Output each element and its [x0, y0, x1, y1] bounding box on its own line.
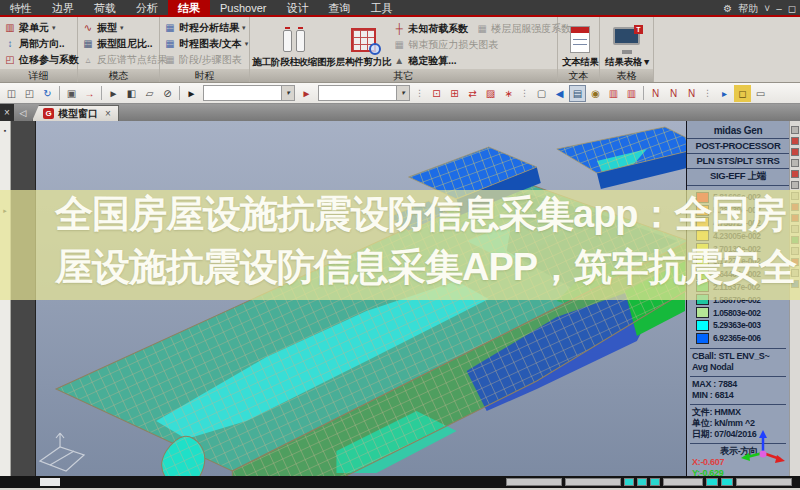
ribbon-item-mode-shape[interactable]: ∿振型▾	[82, 20, 156, 35]
ribbon-button-result-tables[interactable]: T结果表格 ▾	[604, 20, 650, 69]
select-polygon-icon[interactable]: ▱	[141, 85, 158, 102]
ribbon-item-unknown-load-factor[interactable]: ┼未知荷载系数	[393, 21, 468, 36]
others-body: 施工阶段柱收缩图形层构件剪力比┼未知荷载系数▦楼层屈服强度系数...▦钢束预应力…	[250, 17, 557, 69]
tab-results[interactable]: 结果	[168, 0, 210, 15]
combo-arrow-icon[interactable]: ▾	[396, 86, 409, 100]
perspective-view-icon[interactable]: ◉	[587, 85, 604, 102]
rotate-view-icon[interactable]: ↻	[39, 85, 56, 102]
tab-properties[interactable]: 特性	[0, 0, 42, 15]
combo-arrow-icon[interactable]: ▾	[281, 86, 294, 100]
select-name-combo[interactable]: ▾	[318, 85, 410, 101]
side-tool-icon-4[interactable]	[791, 159, 799, 167]
legend-swatch	[696, 320, 709, 331]
help-button[interactable]: 帮助	[738, 0, 758, 17]
story-yield-strength-factor-icon: ▦	[476, 23, 488, 34]
ribbon-item-displacement-factor[interactable]: ◰位移参与系数	[4, 52, 74, 67]
capture-icon[interactable]: ▭	[752, 85, 769, 102]
tab-scroll-left-icon[interactable]: ◁	[14, 104, 32, 121]
legend-swatch	[696, 333, 709, 344]
legend-value: 1.58670e-002	[713, 295, 761, 305]
render-view-icon[interactable]: ▤	[569, 85, 586, 102]
select-single-icon[interactable]: ►	[105, 85, 122, 102]
side-tool-icon-14[interactable]	[791, 269, 799, 277]
ribbon-button-construction-stage-column-shrink[interactable]: 施工阶段柱收缩图形	[254, 20, 334, 69]
display-option-icon[interactable]: ▢	[533, 85, 550, 102]
ribbon-item-modal-damping[interactable]: ▦振型阻尼比..	[82, 36, 156, 51]
side-tool-icon-12[interactable]	[791, 247, 799, 255]
dropdown-arrow-icon: ▾	[242, 24, 246, 32]
text-body: 文本结果	[558, 17, 599, 69]
ribbon-button-text-results[interactable]: 文本结果	[562, 20, 599, 69]
tab-close-icon[interactable]: ×	[105, 108, 111, 119]
tab-load[interactable]: 荷载	[84, 0, 126, 15]
select-type-combo[interactable]: ▾	[203, 85, 295, 101]
select-intersect-icon[interactable]: ⊘	[159, 85, 176, 102]
side-tool-icon-13[interactable]	[791, 258, 799, 266]
view-combination-icon[interactable]: ◫	[3, 85, 20, 102]
ribbon-button-story-member-shear-ratio[interactable]: 层构件剪力比	[336, 20, 391, 69]
side-tool-icon-6[interactable]	[791, 181, 799, 189]
side-tool-icon-2[interactable]	[791, 137, 799, 145]
element-number-icon[interactable]: N	[665, 85, 682, 102]
others-list: ┼未知荷载系数▦楼层屈服强度系数...▦钢束预应力损失图表▲稳定验算...	[393, 20, 579, 69]
node-number-icon[interactable]: N	[647, 85, 664, 102]
select-identity-icon[interactable]: ►	[183, 85, 200, 102]
restore-button[interactable]: ◻	[788, 0, 796, 17]
side-tool-icon-10[interactable]	[791, 225, 799, 233]
panel-close-button[interactable]: ×	[0, 104, 14, 121]
redraw-icon[interactable]: →	[81, 85, 98, 102]
tab-boundary[interactable]: 边界	[42, 0, 84, 15]
tab-model-window[interactable]: G 模型窗口 ×	[32, 105, 119, 121]
left-collapsed-panel[interactable]: ▪ ▸	[0, 121, 11, 476]
side-tool-icon-15[interactable]	[791, 280, 799, 288]
side-tool-icon-1[interactable]	[791, 126, 799, 134]
display-monitor-icon[interactable]: ▥	[605, 85, 622, 102]
tab-design[interactable]: 设计	[276, 0, 318, 15]
ribbon-item-local-direction[interactable]: ↕局部方向..	[4, 36, 74, 51]
fast-query-icon[interactable]: ▸	[716, 85, 733, 102]
tab-query[interactable]: 查询	[318, 0, 360, 15]
settings-gear-icon[interactable]: ⚙	[723, 0, 732, 17]
modal-damping-icon: ▦	[82, 38, 94, 49]
display-monitor2-icon[interactable]: ▥	[623, 85, 640, 102]
side-tool-icon-11[interactable]	[791, 236, 799, 244]
ribbon-item-beam-element[interactable]: ▥梁单元▾	[4, 20, 74, 35]
divide-element-icon[interactable]: ▨	[482, 85, 499, 102]
minimize-button[interactable]: –	[776, 0, 782, 17]
ribbon-item-th-graph-text[interactable]: ▦时程图表/文本▾	[164, 36, 246, 51]
select-previous-icon[interactable]: ►	[298, 85, 315, 102]
side-tool-icon-3[interactable]	[791, 148, 799, 156]
initial-view-icon[interactable]: ▣	[63, 85, 80, 102]
side-tool-icon-5[interactable]	[791, 170, 799, 178]
shrink-toggle-icon[interactable]: ◀	[551, 85, 568, 102]
snap-point-icon[interactable]: ∗	[500, 85, 517, 102]
select-window-icon[interactable]: ◧	[123, 85, 140, 102]
dropdown-arrow-icon: ▾	[245, 40, 249, 48]
legend-swatch	[696, 256, 709, 267]
main-area: ▪ ▸	[0, 121, 800, 476]
create-node-icon[interactable]: ⊡	[428, 85, 445, 102]
ribbon-item-stability-check[interactable]: ▲稳定验算...	[393, 53, 456, 68]
model-viewport[interactable]	[36, 121, 686, 476]
detail-body: ▥梁单元▾↕局部方向..◰位移参与系数	[0, 17, 77, 69]
mode-shape-icon: ∿	[82, 22, 94, 33]
legend-value: 2.11537e-002	[713, 282, 760, 292]
merge-node-icon[interactable]: ⇄	[464, 85, 481, 102]
model-lock-icon[interactable]: ◻	[734, 85, 751, 102]
tab-pushover[interactable]: Pushover	[210, 0, 276, 15]
document-tab-bar: × ◁ G 模型窗口 ×	[0, 104, 800, 121]
side-tool-icon-7[interactable]	[791, 192, 799, 200]
legend-row: 4.75872e-002	[687, 217, 789, 230]
create-element-icon[interactable]: ⊞	[446, 85, 463, 102]
ribbon-item-th-analysis-results[interactable]: ▦时程分析结果▾	[164, 20, 246, 35]
tab-tools[interactable]: 工具	[360, 0, 402, 15]
help-caret-icon[interactable]: ˅	[764, 0, 770, 17]
th-graph-text-icon: ▦	[164, 38, 176, 49]
side-tool-icon-8[interactable]	[791, 203, 799, 211]
side-tool-icon-9[interactable]	[791, 214, 799, 222]
property-number-icon[interactable]: N	[683, 85, 700, 102]
legend-row: 3.17271e-002	[687, 255, 789, 268]
copy-image-icon[interactable]: ◰	[21, 85, 38, 102]
tab-analysis[interactable]: 分析	[126, 0, 168, 15]
local-direction-icon: ↕	[4, 38, 16, 49]
